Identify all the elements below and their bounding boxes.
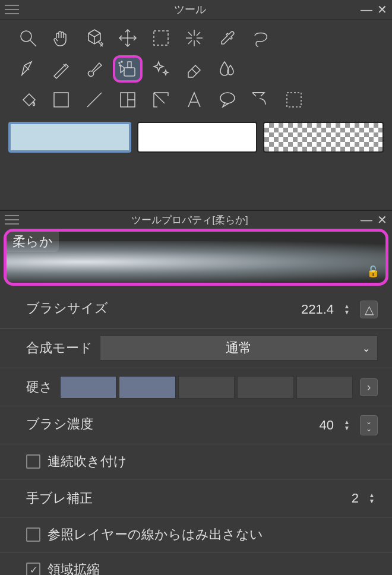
menu-icon[interactable] bbox=[5, 214, 19, 226]
tools-panel-title: ツール bbox=[19, 2, 361, 17]
svg-rect-25 bbox=[287, 93, 301, 107]
svg-line-12 bbox=[188, 40, 192, 44]
foreground-color-swatch[interactable] bbox=[8, 122, 131, 153]
wand-tool[interactable] bbox=[179, 24, 209, 52]
pencil-tool[interactable] bbox=[46, 55, 76, 83]
brush-size-dynamics-button[interactable]: △ bbox=[360, 301, 378, 318]
svg-rect-13 bbox=[124, 68, 135, 76]
svg-line-11 bbox=[197, 32, 200, 36]
background-color-swatch[interactable] bbox=[137, 122, 258, 153]
continuous-spray-label: 連続吹き付け bbox=[48, 453, 127, 470]
fill-tool[interactable] bbox=[13, 86, 43, 113]
object-tool[interactable] bbox=[80, 24, 109, 52]
svg-line-23 bbox=[154, 93, 165, 103]
props-panel-title: ツールプロパティ[柔らか] bbox=[19, 213, 361, 227]
density-value[interactable]: 40 bbox=[298, 418, 334, 433]
svg-point-15 bbox=[119, 62, 120, 64]
brush-preview[interactable]: 柔らか 🔓 bbox=[4, 229, 388, 286]
svg-line-1 bbox=[30, 40, 36, 46]
selection-tool[interactable] bbox=[146, 24, 176, 52]
brush-size-value[interactable]: 221.4 bbox=[298, 302, 334, 317]
airbrush-tool[interactable] bbox=[113, 55, 143, 83]
svg-line-9 bbox=[188, 32, 192, 36]
density-spinner[interactable]: ▲▼ bbox=[341, 419, 353, 431]
svg-line-10 bbox=[197, 40, 200, 44]
close-icon[interactable]: ✕ bbox=[377, 214, 387, 226]
svg-rect-18 bbox=[54, 93, 68, 107]
density-label: ブラシ濃度 bbox=[26, 415, 291, 433]
move-tool[interactable] bbox=[113, 24, 143, 52]
brush-size-spinner[interactable]: ▲▼ bbox=[341, 304, 353, 315]
density-dynamics-button[interactable]: ⌄⌄ bbox=[360, 415, 378, 435]
transparent-color-swatch[interactable] bbox=[263, 122, 384, 153]
svg-point-16 bbox=[121, 61, 122, 62]
correct-line-tool[interactable] bbox=[246, 86, 276, 113]
zoom-tool[interactable] bbox=[13, 24, 43, 52]
svg-rect-14 bbox=[128, 62, 131, 68]
blend-mode-label: 合成モード bbox=[26, 339, 93, 357]
ruler-tool[interactable] bbox=[146, 86, 176, 113]
brush-size-label: ブラシサイズ bbox=[26, 299, 291, 317]
ref-layer-label: 参照レイヤーの線からはみ出さない bbox=[48, 526, 263, 544]
chevron-down-icon: ⌄ bbox=[362, 343, 370, 354]
svg-rect-4 bbox=[154, 31, 168, 45]
text-tool[interactable] bbox=[179, 86, 209, 113]
expand-area-label: 領域拡縮 bbox=[48, 561, 100, 575]
pen-tool[interactable] bbox=[13, 55, 43, 83]
unlock-icon[interactable]: 🔓 bbox=[366, 265, 380, 278]
hardness-expand-button[interactable]: › bbox=[360, 378, 378, 396]
balloon-tool[interactable] bbox=[213, 86, 242, 113]
close-icon[interactable]: ✕ bbox=[377, 4, 387, 15]
continuous-spray-checkbox[interactable] bbox=[26, 454, 40, 469]
menu-icon[interactable] bbox=[5, 4, 19, 15]
svg-point-17 bbox=[119, 65, 121, 66]
eyedropper-tool[interactable] bbox=[213, 24, 242, 52]
svg-line-19 bbox=[87, 93, 102, 107]
hardness-segments[interactable] bbox=[60, 376, 353, 399]
frame-tool[interactable] bbox=[113, 86, 143, 113]
stabilize-spinner[interactable]: ▲▼ bbox=[366, 492, 378, 504]
eraser-tool[interactable] bbox=[179, 55, 209, 83]
stabilize-label: 手ブレ補正 bbox=[26, 489, 93, 507]
brush-tool[interactable] bbox=[80, 55, 109, 83]
svg-point-24 bbox=[220, 93, 235, 103]
svg-point-0 bbox=[21, 31, 31, 42]
minimize-icon[interactable]: — bbox=[361, 214, 372, 226]
hardness-label: 硬さ bbox=[26, 378, 53, 396]
auto-select-tool[interactable] bbox=[279, 86, 309, 113]
stabilize-value[interactable]: 2 bbox=[323, 491, 359, 506]
minimize-icon[interactable]: — bbox=[361, 4, 372, 15]
blend-mode-value: 通常 bbox=[226, 339, 252, 357]
expand-area-checkbox[interactable] bbox=[26, 563, 40, 575]
ref-layer-checkbox[interactable] bbox=[26, 527, 40, 542]
decoration-tool[interactable] bbox=[146, 55, 176, 83]
lasso-tool[interactable] bbox=[246, 24, 276, 52]
blend-mode-select[interactable]: 通常 ⌄ bbox=[100, 336, 378, 361]
line-tool[interactable] bbox=[80, 86, 109, 113]
blend-tool[interactable] bbox=[213, 55, 242, 83]
hand-tool[interactable] bbox=[46, 24, 76, 52]
gradient-tool[interactable] bbox=[46, 86, 76, 113]
